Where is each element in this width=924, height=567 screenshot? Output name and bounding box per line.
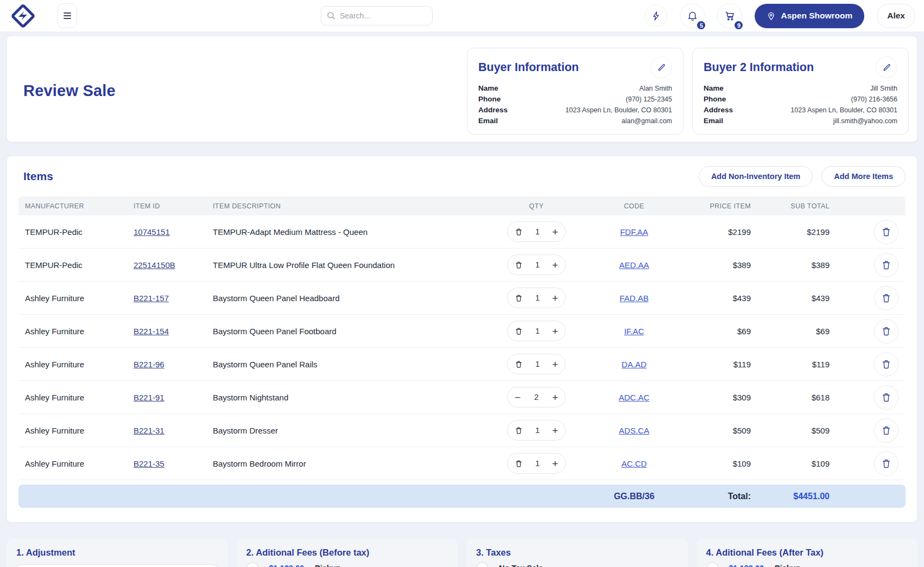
delete-item-button[interactable] bbox=[874, 319, 898, 343]
quantity-value: 1 bbox=[535, 360, 540, 368]
notifications-button[interactable]: 5 bbox=[680, 3, 705, 28]
item-id-link[interactable]: B221-157 bbox=[134, 294, 169, 303]
item-id-link[interactable]: B221-154 bbox=[134, 327, 169, 336]
trash-icon bbox=[881, 359, 891, 369]
item-id-link[interactable]: 22514150B bbox=[134, 260, 175, 270]
no-tax-sale-checkbox[interactable] bbox=[476, 562, 488, 567]
delete-item-button[interactable] bbox=[874, 253, 898, 277]
cell-description: Baystorm Dresser bbox=[206, 426, 471, 435]
increase-quantity-button[interactable]: + bbox=[552, 326, 558, 336]
location-pin-icon bbox=[767, 11, 776, 21]
buyer-field-row: Name Jill Smith bbox=[704, 83, 897, 94]
plus-icon: + bbox=[552, 227, 558, 237]
edit-buyer-button[interactable] bbox=[650, 56, 672, 78]
quantity-stepper: − 1 + bbox=[507, 288, 566, 308]
fees-after-tax-card: 4. Aditional Fees (After Tax) $1,123.00 … bbox=[697, 539, 918, 567]
table-row: Ashley Furniture B221-96 Baystorm Queen … bbox=[18, 348, 906, 381]
search-input[interactable] bbox=[321, 6, 433, 26]
fee-checkbox[interactable] bbox=[246, 562, 258, 567]
item-id-link[interactable]: B221-91 bbox=[134, 393, 164, 402]
buyer2-information-card: Buyer 2 Information Name Jill Smith Phon… bbox=[692, 48, 909, 135]
cell-manufacturer: Ashley Furniture bbox=[18, 294, 127, 303]
trash-icon bbox=[515, 327, 523, 335]
hamburger-menu-button[interactable] bbox=[58, 3, 77, 28]
add-more-items-button[interactable]: Add More Items bbox=[821, 166, 906, 187]
decrease-quantity-button[interactable]: − bbox=[515, 460, 523, 468]
increase-quantity-button[interactable]: + bbox=[552, 359, 558, 369]
cart-button[interactable]: 9 bbox=[717, 3, 742, 28]
table-row: Ashley Furniture B221-35 Baystorm Bedroo… bbox=[18, 447, 906, 480]
increase-quantity-button[interactable]: + bbox=[552, 458, 558, 469]
quick-actions-button[interactable] bbox=[644, 4, 667, 27]
buyer-card-title: Buyer Information bbox=[478, 61, 579, 74]
review-sale-panel: Review Sale Buyer Information Name Alan … bbox=[7, 36, 917, 142]
increase-quantity-button[interactable]: + bbox=[552, 260, 558, 270]
page-title: Review Sale bbox=[23, 82, 116, 100]
no-tax-sale-label: No Tax Sale bbox=[499, 564, 543, 567]
decrease-quantity-button[interactable]: − bbox=[515, 294, 523, 302]
decrease-quantity-button[interactable]: − bbox=[515, 392, 521, 403]
code-link[interactable]: IF.AC bbox=[624, 327, 644, 336]
buyer-field-value: 1023 Aspen Ln, Boulder, CO 80301 bbox=[790, 105, 897, 116]
app-logo[interactable] bbox=[9, 2, 37, 30]
item-id-link[interactable]: 10745151 bbox=[134, 227, 170, 237]
delete-item-button[interactable] bbox=[874, 451, 898, 476]
delete-item-button[interactable] bbox=[874, 286, 898, 310]
decrease-quantity-button[interactable]: − bbox=[515, 261, 523, 269]
trash-icon bbox=[881, 227, 891, 237]
decrease-quantity-button[interactable]: − bbox=[515, 426, 523, 435]
code-link[interactable]: DA.AD bbox=[622, 360, 647, 369]
delete-item-button[interactable] bbox=[874, 385, 898, 410]
buyer-field-label: Phone bbox=[478, 94, 501, 104]
total-value: $4451.00 bbox=[751, 492, 830, 501]
cell-description: Baystorm Bedroom Mirror bbox=[206, 459, 471, 468]
increase-quantity-button[interactable]: + bbox=[552, 392, 558, 403]
buyer-field-value: (970) 216-3656 bbox=[851, 94, 897, 105]
header-actions: 5 9 Aspen Showroom Alex bbox=[644, 3, 915, 28]
column-header-price-item: PRICE ITEM bbox=[667, 202, 751, 210]
cell-manufacturer: Ashley Furniture bbox=[18, 327, 127, 336]
item-id-link[interactable]: B221-31 bbox=[134, 426, 164, 435]
item-id-link[interactable]: B221-35 bbox=[134, 459, 164, 468]
trash-icon bbox=[881, 425, 891, 436]
adjustment-input[interactable] bbox=[16, 564, 218, 567]
fees-before-tax-title: 2. Aditional Fees (Before tax) bbox=[246, 547, 448, 558]
buyer-field-row: Phone (970) 216-3656 bbox=[704, 94, 897, 105]
buyer-field-label: Name bbox=[478, 83, 498, 93]
add-non-inventory-item-button[interactable]: Add Non-Inventory Item bbox=[699, 166, 813, 187]
code-link[interactable]: ADS.CA bbox=[619, 426, 649, 435]
increase-quantity-button[interactable]: + bbox=[552, 227, 558, 237]
delete-item-button[interactable] bbox=[874, 418, 898, 443]
quantity-stepper: − 1 + bbox=[507, 420, 566, 441]
increase-quantity-button[interactable]: + bbox=[552, 425, 558, 436]
fee-checkbox[interactable] bbox=[706, 562, 718, 567]
search-box bbox=[321, 6, 433, 26]
delete-item-button[interactable] bbox=[874, 220, 898, 244]
cell-sub-total: $439 bbox=[751, 294, 830, 303]
fee-amount-link[interactable]: $1,123.00 bbox=[269, 564, 305, 567]
code-link[interactable]: ADC.AC bbox=[619, 393, 650, 402]
decrease-quantity-button[interactable]: − bbox=[515, 360, 523, 368]
quantity-stepper: − 2 + bbox=[507, 387, 566, 407]
decrease-quantity-button[interactable]: − bbox=[515, 228, 523, 236]
showroom-location-button[interactable]: Aspen Showroom bbox=[755, 4, 864, 28]
delete-item-button[interactable] bbox=[874, 352, 898, 377]
code-link[interactable]: FAD.AB bbox=[619, 294, 648, 303]
increase-quantity-button[interactable]: + bbox=[552, 293, 558, 303]
total-code-summary: GG.BB/36 bbox=[602, 492, 667, 501]
edit-buyer2-button[interactable] bbox=[876, 56, 897, 78]
hamburger-icon bbox=[64, 12, 71, 14]
quantity-value: 2 bbox=[534, 393, 539, 402]
code-link[interactable]: AC.CD bbox=[622, 459, 647, 468]
fee-amount-link[interactable]: $1,123.00 bbox=[729, 564, 764, 567]
code-link[interactable]: AED.AA bbox=[619, 260, 649, 270]
cell-description: Baystorm Queen Panel Headboard bbox=[206, 294, 471, 303]
item-id-link[interactable]: B221-96 bbox=[134, 360, 164, 369]
decrease-quantity-button[interactable]: − bbox=[515, 327, 523, 335]
cell-price-item: $309 bbox=[667, 393, 751, 402]
code-link[interactable]: FDF.AA bbox=[620, 227, 648, 237]
table-row: TEMPUR-Pedic 22514150B TEMPUR Ultra Low … bbox=[18, 249, 906, 282]
cell-price-item: $109 bbox=[667, 459, 751, 468]
user-menu-button[interactable]: Alex bbox=[877, 4, 915, 28]
quantity-value: 1 bbox=[535, 227, 540, 236]
